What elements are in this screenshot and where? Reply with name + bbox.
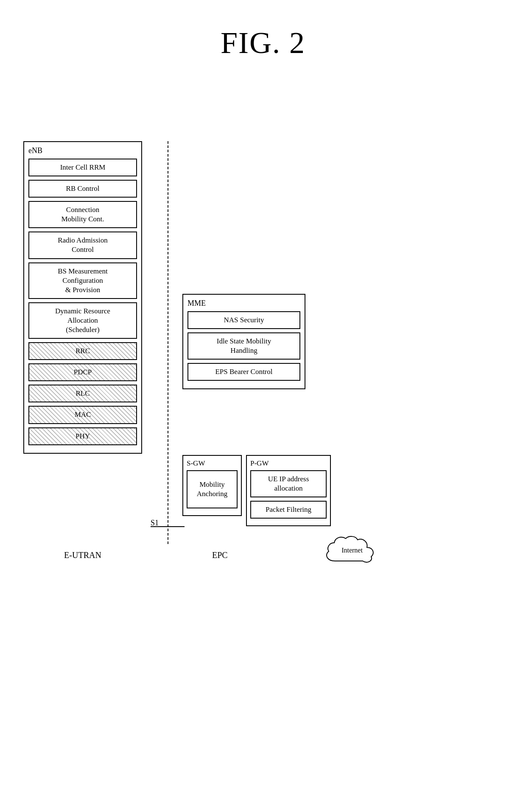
packet-filtering-box: Packet Filtering [250, 501, 327, 519]
inter-cell-rrm-box: Inter Cell RRM [28, 159, 137, 176]
eutran-label: E-UTRAN [23, 550, 142, 560]
connection-mobility-box: Connection Mobility Cont. [28, 201, 137, 228]
rrc-box: RRC [28, 342, 137, 360]
sgw-block: S-GW Mobility Anchoring [182, 455, 242, 516]
eutran-block: eNB Inter Cell RRM RB Control Connection… [23, 141, 142, 454]
rb-control-box: RB Control [28, 180, 137, 198]
diagram: eNB Inter Cell RRM RB Control Connection… [0, 86, 526, 807]
eps-bearer-control-box: EPS Bearer Control [187, 363, 300, 381]
s1-dashed-line [168, 141, 168, 544]
s1-horizontal-line [151, 526, 185, 527]
mobility-anchoring-box: Mobility Anchoring [187, 470, 238, 508]
rlc-box: RLC [28, 385, 137, 402]
idle-state-mobility-box: Idle State Mobility Handling [187, 332, 300, 360]
dynamic-resource-box: Dynamic Resource Allocation (Scheduler) [28, 302, 137, 339]
internet-label: Internet [341, 547, 363, 554]
internet-cloud: Internet [322, 533, 382, 567]
sgw-label: S-GW [187, 459, 238, 468]
pgw-label: P-GW [250, 459, 327, 468]
radio-admission-box: Radio Admission Control [28, 232, 137, 259]
mac-box: MAC [28, 406, 137, 424]
mme-label: MME [187, 299, 300, 308]
bs-measurement-box: BS Measurement Configuration & Provision [28, 262, 137, 299]
mme-block: MME NAS Security Idle State Mobility Han… [182, 294, 305, 389]
epc-label: EPC [212, 550, 228, 560]
enb-label: eNB [28, 146, 137, 155]
nas-security-box: NAS Security [187, 311, 300, 329]
ue-ip-address-box: UE IP address allocation [250, 470, 327, 497]
pgw-block: P-GW UE IP address allocation Packet Fil… [246, 455, 331, 526]
pdcp-box: PDCP [28, 363, 137, 381]
phy-box: PHY [28, 427, 137, 445]
page-title: FIG. 2 [0, 0, 526, 78]
